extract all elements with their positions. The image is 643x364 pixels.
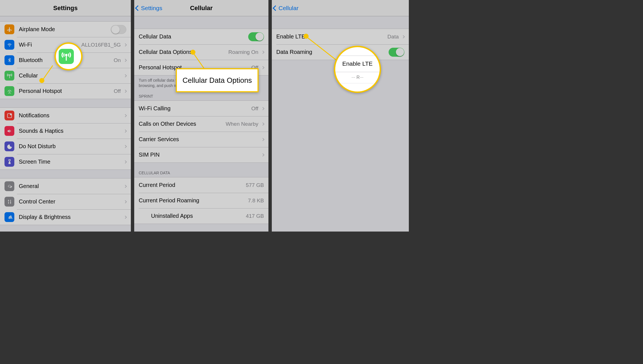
row-label: Wi-Fi Calling — [139, 105, 170, 112]
chevron-right-icon — [261, 66, 264, 69]
row-label: Bluetooth — [19, 57, 43, 63]
settings-row[interactable]: Cellular Data OptionsRoaming On — [134, 44, 268, 60]
group-header: CELLULAR DATA — [134, 163, 268, 177]
row-label: Cellular — [19, 72, 38, 79]
dnd-icon — [4, 141, 14, 151]
settings-group-notifications: NotificationsSounds & HapticsDo Not Dist… — [0, 107, 131, 170]
svg-point-3 — [10, 113, 12, 115]
callout-enable-lte: Enable LTE ··· R··· — [334, 46, 381, 93]
row-label: General — [19, 183, 39, 189]
chevron-right-icon — [261, 122, 264, 125]
highlight-dot — [39, 78, 44, 83]
page-title: Cellular — [190, 4, 213, 12]
notifications-icon — [4, 111, 14, 120]
chevron-right-icon — [124, 200, 127, 203]
settings-row[interactable]: Notifications — [0, 108, 131, 123]
settings-row[interactable]: Do Not Disturb — [0, 139, 131, 154]
row-label: Screen Time — [19, 159, 50, 165]
settings-row[interactable]: Carrier Services — [134, 132, 268, 147]
hotspot-icon — [4, 86, 14, 96]
airplane-icon — [4, 24, 14, 34]
row-label: Calls on Other Devices — [139, 121, 196, 127]
chevron-right-icon — [124, 145, 127, 148]
chevron-right-icon — [261, 107, 264, 110]
settings-panel: Settings Airplane ModeWi-FiALLO16FB1_5GB… — [0, 0, 134, 232]
settings-row[interactable]: Airplane Mode — [0, 22, 131, 37]
row-value: ALLO16FB1_5G — [81, 42, 121, 48]
chevron-right-icon — [124, 59, 127, 62]
highlight-dot — [190, 50, 195, 55]
row-value: Off — [114, 88, 121, 94]
row-label: Personal Hotspot — [19, 88, 62, 94]
settings-group-general: GeneralControl CenterAADisplay & Brightn… — [0, 178, 131, 225]
settings-row[interactable]: Enable LTEData — [272, 29, 409, 44]
controlcenter-icon — [4, 197, 14, 207]
row-label: Display & Brightness — [19, 214, 71, 220]
chevron-left-icon — [135, 5, 141, 11]
header: Settings — [0, 0, 131, 16]
row-label: Sounds & Haptics — [19, 128, 63, 134]
chevron-left-icon — [273, 5, 278, 11]
settings-row[interactable]: Current Period577 GB — [134, 177, 268, 193]
sounds-icon — [4, 126, 14, 136]
toggle-switch[interactable] — [111, 25, 126, 34]
cellular-panel: Settings Cellular Cellular DataCellular … — [134, 0, 272, 232]
toggle-switch[interactable] — [389, 48, 404, 57]
wifi-icon — [4, 40, 14, 50]
chevron-right-icon — [124, 90, 127, 93]
row-label: Cellular Data — [139, 33, 171, 40]
settings-row[interactable]: Current Period Roaming7.8 KB — [134, 193, 268, 208]
settings-row[interactable]: Cellular Data — [134, 29, 268, 44]
settings-row[interactable]: Wi-Fi CallingOff — [134, 101, 268, 116]
row-label: Personal Hotspot — [139, 64, 182, 71]
chevron-right-icon — [402, 35, 405, 38]
row-label: Cellular Data Options — [139, 49, 192, 55]
row-label: Control Center — [19, 198, 55, 205]
toggle-switch[interactable] — [248, 32, 264, 41]
row-label: Uninstalled Apps — [151, 213, 193, 219]
callout-cellular-data-options: Cellular Data Options — [176, 68, 259, 92]
page-title: Settings — [53, 4, 78, 12]
header: Settings Cellular — [134, 0, 268, 16]
row-value: Roaming On — [228, 49, 258, 55]
row-value: 7.8 KB — [248, 198, 264, 204]
row-value: Data — [387, 34, 399, 40]
svg-point-4 — [8, 200, 9, 201]
back-button[interactable]: Settings — [136, 5, 162, 12]
row-label: Do Not Disturb — [19, 143, 56, 150]
row-label: Current Period — [139, 182, 175, 188]
svg-point-7 — [10, 202, 11, 203]
bluetooth-icon — [4, 55, 14, 65]
settings-row[interactable]: General — [0, 178, 131, 194]
settings-row[interactable]: Cellular — [0, 68, 131, 83]
row-label: SIM PIN — [139, 152, 159, 158]
back-button[interactable]: Cellular — [273, 5, 298, 12]
settings-row[interactable]: AADisplay & Brightness — [0, 209, 131, 225]
chevron-right-icon — [124, 216, 127, 219]
row-label: Airplane Mode — [19, 26, 55, 33]
chevron-right-icon — [261, 153, 264, 156]
settings-row[interactable]: Calls on Other DevicesWhen Nearby — [134, 116, 268, 132]
highlight-dot — [304, 34, 309, 39]
back-label: Settings — [141, 5, 162, 12]
settings-row[interactable]: Uninstalled Apps417 GB — [134, 208, 268, 224]
settings-row[interactable]: Sounds & Haptics — [0, 123, 131, 139]
settings-row[interactable]: Control Center — [0, 194, 131, 209]
chevron-right-icon — [124, 160, 127, 163]
display-icon: AA — [4, 212, 14, 222]
settings-row[interactable]: Screen Time — [0, 154, 131, 170]
row-value: 417 GB — [246, 213, 264, 219]
cellular-group-usage: Current Period577 GBCurrent Period Roami… — [134, 177, 268, 224]
row-value: 577 GB — [246, 182, 264, 188]
row-label: Notifications — [19, 112, 49, 119]
chevron-right-icon — [124, 43, 127, 46]
chevron-right-icon — [124, 114, 127, 117]
chevron-right-icon — [124, 74, 127, 77]
cellular-icon — [4, 71, 14, 81]
row-label: Data Roaming — [276, 49, 312, 55]
settings-row[interactable]: SIM PIN — [134, 147, 268, 162]
chevron-right-icon — [261, 138, 264, 141]
svg-text:A: A — [9, 215, 12, 220]
row-label: Wi-Fi — [19, 42, 32, 48]
settings-row[interactable]: Personal HotspotOff — [0, 83, 131, 99]
